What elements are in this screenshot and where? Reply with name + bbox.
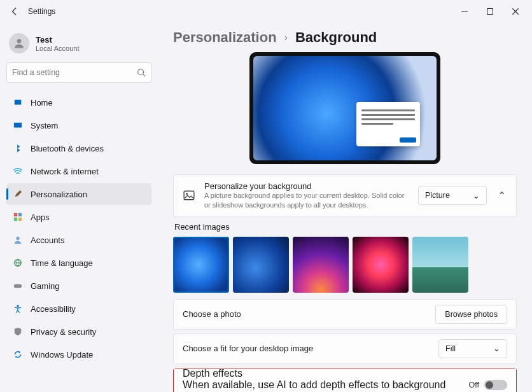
recent-images-label: Recent images xyxy=(174,222,517,232)
search-icon xyxy=(137,68,146,77)
update-icon xyxy=(13,349,23,360)
accounts-icon xyxy=(13,235,23,245)
chevron-down-icon: ⌄ xyxy=(473,191,480,200)
select-value: Fill xyxy=(445,344,456,353)
nav-accounts[interactable]: Accounts xyxy=(6,229,151,251)
nav-list: Home System Bluetooth & devices Network … xyxy=(6,92,151,365)
nav-windows-update[interactable]: Windows Update xyxy=(6,344,151,365)
toggle-knob xyxy=(486,381,493,389)
nav-system[interactable]: System xyxy=(6,115,151,136)
nav-time-language[interactable]: Time & language xyxy=(6,252,151,274)
arrow-left-icon xyxy=(10,7,19,16)
nav-accessibility[interactable]: Accessibility xyxy=(6,298,151,319)
svg-rect-7 xyxy=(14,213,17,216)
breadcrumb: Personalization › Background xyxy=(173,29,517,46)
back-button[interactable] xyxy=(6,3,23,20)
account-block[interactable]: Test Local Account xyxy=(6,29,151,62)
home-icon xyxy=(13,97,23,108)
select-value: Picture xyxy=(425,191,450,200)
svg-point-3 xyxy=(138,69,144,75)
nav-label: Accessibility xyxy=(31,304,76,314)
recent-image-thumb[interactable] xyxy=(353,237,409,293)
fit-select[interactable]: Fill ⌄ xyxy=(438,339,507,358)
choose-photo-label: Choose a photo xyxy=(183,309,241,319)
nav-label: Windows Update xyxy=(31,350,93,360)
svg-rect-9 xyxy=(14,218,17,221)
recent-image-thumb[interactable] xyxy=(233,237,289,293)
nav-label: System xyxy=(31,121,58,130)
account-sub: Local Account xyxy=(36,45,80,52)
svg-line-4 xyxy=(143,74,146,77)
account-name: Test xyxy=(36,35,80,45)
svg-rect-15 xyxy=(184,192,194,200)
nav-bluetooth[interactable]: Bluetooth & devices xyxy=(6,137,151,159)
minimize-button[interactable] xyxy=(452,3,477,20)
content-area: Personalization › Background Personalize… xyxy=(158,23,532,392)
apps-icon xyxy=(13,212,23,222)
bluetooth-icon xyxy=(13,143,23,153)
sidebar: Test Local Account Home System Bluetooth… xyxy=(0,23,158,392)
toggle-state-label: Off xyxy=(469,381,479,389)
svg-rect-1 xyxy=(487,9,493,15)
chevron-down-icon: ⌄ xyxy=(493,344,500,353)
maximize-icon xyxy=(487,8,493,15)
choose-fit-row: Choose a fit for your desktop image Fill… xyxy=(173,333,517,364)
svg-point-16 xyxy=(186,193,188,195)
chevron-up-icon: ⌃ xyxy=(498,190,506,201)
expand-toggle[interactable]: ⌃ xyxy=(496,190,507,202)
svg-point-14 xyxy=(17,305,19,307)
depth-effects-sub: When available, use AI to add depth effe… xyxy=(183,379,469,392)
close-icon xyxy=(512,8,519,15)
svg-rect-10 xyxy=(18,218,22,221)
card-subtitle: A picture background applies to your cur… xyxy=(204,191,409,210)
svg-point-11 xyxy=(16,237,19,240)
svg-rect-5 xyxy=(15,100,22,105)
recent-image-thumb[interactable] xyxy=(412,237,468,293)
minimize-icon xyxy=(461,8,468,15)
globe-icon xyxy=(13,258,23,268)
chevron-right-icon: › xyxy=(284,32,288,43)
recent-image-thumb[interactable] xyxy=(293,237,349,293)
maximize-button[interactable] xyxy=(477,3,503,20)
window-title: Settings xyxy=(28,7,55,16)
nav-privacy[interactable]: Privacy & security xyxy=(6,321,151,342)
nav-network[interactable]: Network & internet xyxy=(6,160,151,182)
choose-fit-label: Choose a fit for your desktop image xyxy=(183,344,313,353)
system-icon xyxy=(13,120,23,130)
gaming-icon xyxy=(13,281,23,291)
browse-photos-button[interactable]: Browse photos xyxy=(435,305,507,324)
wifi-icon xyxy=(13,166,23,176)
desktop-preview xyxy=(249,52,440,164)
nav-label: Time & language xyxy=(31,258,93,268)
background-type-select[interactable]: Picture ⌄ xyxy=(418,186,487,205)
svg-point-2 xyxy=(17,39,22,43)
nav-personalization[interactable]: Personalization xyxy=(6,183,151,205)
choose-photo-row: Choose a photo Browse photos xyxy=(173,299,517,330)
breadcrumb-parent[interactable]: Personalization xyxy=(173,29,277,46)
picture-icon xyxy=(183,190,195,201)
svg-rect-6 xyxy=(14,123,22,128)
person-icon xyxy=(13,37,25,50)
recent-image-thumb[interactable] xyxy=(173,237,229,293)
svg-rect-13 xyxy=(14,284,22,288)
recent-images-list xyxy=(173,237,517,293)
nav-apps[interactable]: Apps xyxy=(6,206,151,228)
nav-label: Gaming xyxy=(31,281,60,291)
close-button[interactable] xyxy=(503,3,528,20)
depth-effects-toggle[interactable] xyxy=(484,380,507,390)
nav-label: Network & internet xyxy=(31,167,99,176)
nav-home[interactable]: Home xyxy=(6,92,151,113)
search-input[interactable] xyxy=(12,68,137,77)
card-title: Personalize your background xyxy=(204,181,409,191)
nav-gaming[interactable]: Gaming xyxy=(6,275,151,297)
nav-label: Bluetooth & devices xyxy=(31,144,104,153)
shield-icon xyxy=(13,326,23,337)
depth-effects-title: Depth effects xyxy=(183,368,469,379)
accessibility-icon xyxy=(13,304,23,314)
nav-label: Personalization xyxy=(31,190,87,199)
search-input-wrapper[interactable] xyxy=(6,62,151,83)
personalize-background-card[interactable]: Personalize your background A picture ba… xyxy=(173,174,517,217)
depth-effects-highlight: Depth effects When available, use AI to … xyxy=(173,368,517,392)
nav-label: Home xyxy=(31,98,53,108)
avatar xyxy=(9,33,29,53)
